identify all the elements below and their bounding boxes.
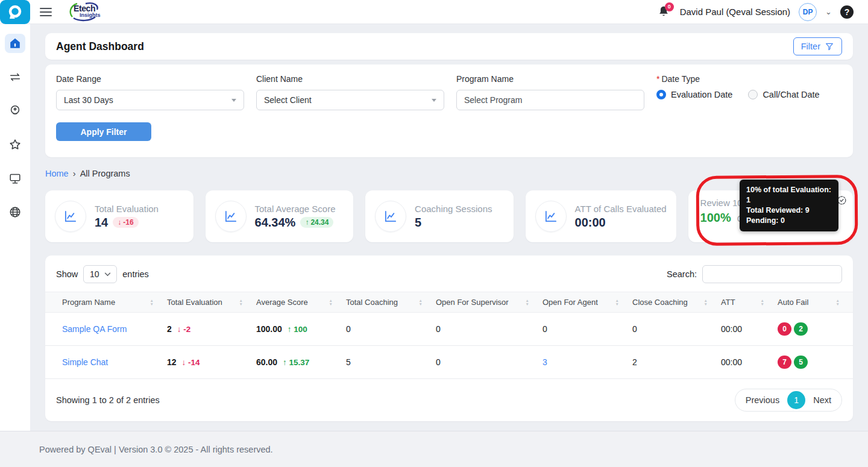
coach-badge-icon (8, 104, 22, 118)
help-button[interactable]: ? (840, 5, 854, 19)
card-value: 00:00 (575, 216, 606, 230)
program-link[interactable]: Simple Chat (62, 357, 108, 367)
card-label: Total Average Score (255, 204, 336, 214)
radio-evaluation-date[interactable]: Evaluation Date (656, 90, 732, 99)
sort-icon[interactable]: ▲▼ (419, 299, 423, 306)
sidebar-item-favorites[interactable] (5, 135, 25, 154)
app-footer: Powered by QEval | Version 3.0 © 2025 - … (0, 431, 868, 467)
monitor-icon (8, 172, 22, 185)
date-range-value: Last 30 Days (64, 95, 113, 105)
total-coaching-value: 5 (346, 357, 351, 367)
program-input[interactable] (456, 90, 644, 110)
sort-icon[interactable]: ▲▼ (329, 299, 333, 306)
user-name: David Paul (Qeval Session) (680, 7, 790, 17)
card-label: Coaching Sessions (415, 204, 492, 214)
sidebar-item-globe[interactable] (5, 202, 25, 222)
auto-fail-red-badge[interactable]: 0 (778, 322, 791, 336)
client-select[interactable]: Select Client (256, 90, 444, 110)
notifications-button[interactable]: 0 (657, 5, 671, 19)
breadcrumb-home-link[interactable]: Home (45, 169, 69, 178)
date-type-label: *Date Type (656, 74, 842, 84)
client-select-value: Select Client (264, 95, 312, 105)
programs-table-card: Show 10 entries Search: Program Name▲▼ (45, 255, 853, 421)
trend-down: ↓ -2 (177, 325, 191, 334)
sort-icon[interactable]: ▲▼ (239, 299, 243, 306)
trend-badge-down: ↓-16 (113, 217, 138, 228)
sort-icon[interactable]: ▲▼ (836, 299, 840, 306)
entries-summary: Showing 1 to 2 of 2 entries (56, 395, 160, 405)
breadcrumb-separator: › (73, 168, 76, 178)
col-open-for-supervisor[interactable]: Open For Supervisor (436, 298, 509, 307)
chevron-down-icon (104, 272, 111, 277)
col-average-score[interactable]: Average Score (256, 298, 308, 307)
search-label: Search: (667, 269, 697, 279)
sort-icon[interactable]: ▲▼ (526, 299, 529, 306)
search-input[interactable] (702, 265, 842, 283)
auto-fail-green-badge[interactable]: 2 (794, 322, 808, 336)
line-chart-icon (63, 208, 78, 224)
funnel-icon (825, 42, 834, 51)
filter-button-label: Filter (801, 42, 820, 51)
radio-call-chat-date[interactable]: Call/Chat Date (748, 90, 819, 99)
filter-button[interactable]: Filter (793, 37, 842, 55)
auto-fail-green-badge[interactable]: 5 (794, 356, 808, 369)
programs-table: Program Name▲▼ Total Evaluation▲▼ Averag… (45, 292, 853, 379)
close-coaching-value: 0 (632, 324, 637, 334)
date-range-select[interactable]: Last 30 Days (56, 90, 244, 110)
globe-icon (8, 205, 22, 219)
transfer-arrows-icon (8, 71, 22, 84)
col-program-name[interactable]: Program Name (62, 298, 115, 307)
col-total-coaching[interactable]: Total Coaching (346, 298, 398, 307)
chevron-down-icon[interactable]: ⌄ (825, 7, 832, 16)
card-total-average-score: Total Average Score 64.34% ↑24.34 (206, 190, 354, 242)
caret-down-icon (231, 99, 236, 102)
breadcrumb-current: All Programs (80, 169, 130, 178)
col-open-for-agent[interactable]: Open For Agent (542, 298, 598, 307)
sort-icon[interactable]: ▲▼ (615, 299, 619, 306)
close-coaching-value: 2 (632, 357, 637, 367)
sort-icon[interactable]: ▲▼ (704, 299, 708, 306)
sidebar-item-home[interactable] (5, 34, 25, 53)
trend-down: ↓ -14 (182, 358, 200, 367)
card-total-evaluation: Total Evaluation 14 ↓-16 (45, 190, 193, 242)
average-score-value: 60.00 (256, 357, 277, 367)
menu-toggle-icon[interactable] (40, 5, 52, 19)
open-agent-link[interactable]: 3 (542, 357, 547, 367)
stat-cards-row: Total Evaluation 14 ↓-16 Total Average S… (45, 190, 853, 242)
q-logo-icon (7, 4, 23, 20)
card-label: Total Evaluation (95, 204, 159, 214)
page-size-select[interactable]: 10 (83, 265, 117, 283)
sort-icon[interactable]: ▲▼ (761, 299, 764, 306)
table-header-row: Program Name▲▼ Total Evaluation▲▼ Averag… (45, 292, 853, 313)
trend-up: ↑ 15.37 (283, 358, 309, 367)
att-value: 00:00 (721, 324, 742, 334)
line-chart-icon (383, 208, 398, 224)
avatar[interactable]: DP (799, 3, 817, 21)
review-completed-value: 100% (700, 211, 731, 225)
qeval-logo[interactable] (0, 0, 30, 24)
tooltip-line-2: Total Reviewed: 9 (746, 205, 832, 216)
next-page-button[interactable]: Next (805, 395, 839, 405)
apply-filter-button[interactable]: Apply Filter (56, 122, 151, 141)
card-att-calls-evaluated: ATT of Calls Evaluated 00:00 (526, 190, 676, 242)
program-link[interactable]: Sample QA Form (62, 324, 127, 334)
sort-icon[interactable]: ▲▼ (150, 299, 154, 306)
col-att[interactable]: ATT (721, 298, 735, 307)
col-close-coaching[interactable]: Close Coaching (632, 298, 688, 307)
previous-page-button[interactable]: Previous (738, 395, 787, 405)
sidebar-item-coach[interactable] (5, 101, 25, 121)
sidebar-item-monitor[interactable] (5, 169, 25, 188)
current-page-button[interactable]: 1 (787, 391, 805, 409)
table-row: Sample QA Form 2↓ -2 100.00↑ 100 0 0 0 0… (45, 313, 853, 346)
card-value: 14 (95, 216, 108, 230)
program-name-label: Program Name (456, 74, 644, 84)
auto-fail-red-badge[interactable]: 7 (778, 356, 791, 369)
col-auto-fail[interactable]: Auto Fail (778, 298, 808, 307)
radio-evaluation-date-label: Evaluation Date (671, 90, 732, 99)
pagination: Previous 1 Next (735, 389, 842, 412)
line-chart-icon (223, 208, 239, 224)
col-total-evaluation[interactable]: Total Evaluation (167, 298, 222, 307)
card-coaching-sessions: Coaching Sessions 5 (365, 190, 514, 242)
sidebar-item-transfer[interactable] (5, 67, 25, 87)
footer-text: Powered by QEval | Version 3.0 © 2025 - … (39, 445, 273, 454)
